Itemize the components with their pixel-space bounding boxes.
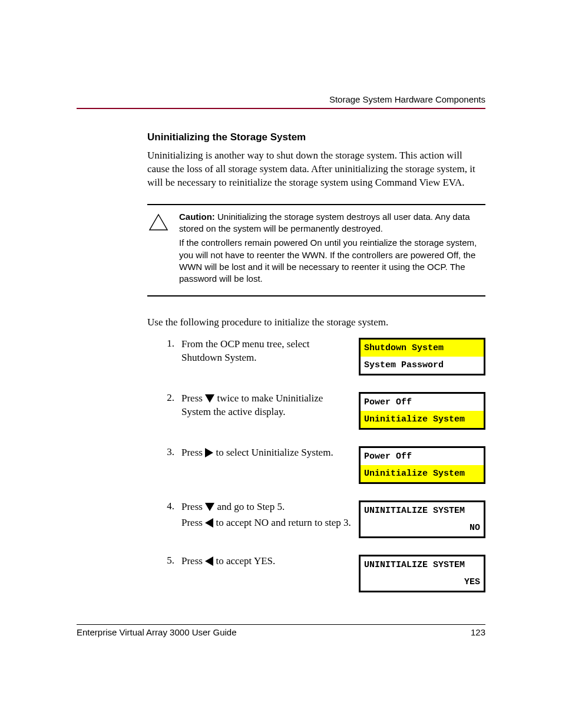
text-post: to accept YES. <box>213 555 275 566</box>
step-num: 2. <box>160 392 174 404</box>
arrow-left-icon <box>205 518 213 528</box>
ocp-line: Power Off <box>361 394 484 411</box>
ocp-panel: Shutdown System System Password <box>359 338 485 375</box>
step-num: 3. <box>160 446 174 458</box>
step-row-3: 3. Press to select Uninitialize System. … <box>147 446 485 484</box>
caution-block: Caution: Uninitializing the storage syst… <box>147 204 485 297</box>
footer-page-number: 123 <box>471 627 485 637</box>
footer-doc-title: Enterprise Virtual Array 3000 User Guide <box>77 627 237 637</box>
step-row-1: 1. From the OCP menu tree, select Shutdo… <box>147 338 485 375</box>
ocp-line: Uninitialize System <box>361 411 484 428</box>
ocp-panel: UNINITIALIZE SYSTEM YES <box>359 555 485 592</box>
text-pre: Press <box>181 447 205 458</box>
caution-icon <box>147 211 170 288</box>
ocp-panel: Power Off Uninitialize System <box>359 446 485 484</box>
step-row-4: 4. Press and go to Step 5. Press to acce… <box>147 500 485 538</box>
ocp-line: Uninitialize System <box>361 465 484 482</box>
text-pre: Press <box>181 517 205 528</box>
step-body: Press to accept YES. <box>181 555 352 568</box>
footer-rule <box>77 624 485 625</box>
step-body: Press to select Uninitialize System. <box>181 446 352 460</box>
arrow-down-icon <box>205 394 214 403</box>
ocp-line: UNINITIALIZE SYSTEM <box>361 502 484 519</box>
step-body: Press and go to Step 5. Press to accept … <box>181 500 352 532</box>
ocp-line: NO <box>361 519 484 536</box>
ocp-line: System Password <box>361 357 484 374</box>
ocp-panel: UNINITIALIZE SYSTEM NO <box>359 500 485 538</box>
text-post: and go to Step 5. <box>214 501 285 512</box>
header-rule <box>77 108 485 109</box>
intro-paragraph: Uninitializing is another way to shut do… <box>147 149 485 190</box>
ocp-line: UNINITIALIZE SYSTEM <box>361 556 484 574</box>
step-num: 5. <box>160 555 174 566</box>
caution-text: Caution: Uninitializing the storage syst… <box>179 211 485 288</box>
ocp-panel: Power Off Uninitialize System <box>359 392 485 430</box>
text-pre: Press <box>181 555 205 566</box>
lead-text: Use the following procedure to initializ… <box>147 317 485 328</box>
caution-p2: If the controllers remain powered On unt… <box>179 237 485 285</box>
text-pre: Press <box>181 501 205 512</box>
header-section-label: Storage System Hardware Components <box>77 94 485 104</box>
ocp-line: Shutdown System <box>361 340 484 357</box>
ocp-line: YES <box>361 574 484 591</box>
text-post: to select Uninitialize System. <box>213 447 333 458</box>
step-row-2: 2. Press twice to make Uninitialize Syst… <box>147 392 485 430</box>
text-pre: Press <box>181 393 205 404</box>
step-row-5: 5. Press to accept YES. UNINITIALIZE SYS… <box>147 555 485 592</box>
arrow-down-icon <box>205 503 214 511</box>
caution-label: Caution: <box>179 212 215 222</box>
ocp-line: Power Off <box>361 448 484 465</box>
arrow-right-icon <box>205 448 213 457</box>
svg-marker-0 <box>150 215 167 230</box>
arrow-left-icon <box>205 556 213 566</box>
caution-p1: Uninitializing the storage system destro… <box>179 212 470 233</box>
step-body: From the OCP menu tree, select Shutdown … <box>181 338 352 365</box>
step-body: Press twice to make Uninitialize System … <box>181 392 352 419</box>
step-num: 4. <box>160 500 174 512</box>
page-footer: Enterprise Virtual Array 3000 User Guide… <box>77 624 485 637</box>
step-num: 1. <box>160 338 174 350</box>
section-title: Uninitializing the Storage System <box>147 131 485 143</box>
text-post: to accept NO and return to step 3. <box>213 517 351 528</box>
